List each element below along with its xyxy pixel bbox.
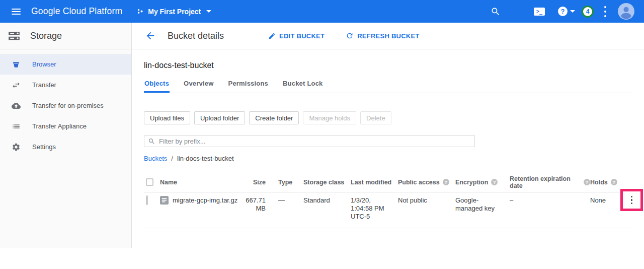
pencil-icon — [268, 32, 276, 40]
object-retention: – — [510, 196, 590, 205]
select-all-checkbox[interactable] — [146, 178, 153, 186]
sidebar-nav: Browser Transfer Transfer for on-premise… — [0, 49, 131, 157]
object-encryption: Google- managed key — [455, 196, 510, 213]
object-storage-class: Standard — [303, 196, 351, 205]
create-folder-button[interactable]: Create folder — [249, 111, 299, 124]
sidebar-item-label: Browser — [32, 60, 56, 68]
delete-button: Delete — [360, 111, 391, 124]
refresh-icon — [346, 32, 354, 40]
upload-folder-button[interactable]: Upload folder — [194, 111, 245, 124]
project-name: My First Project — [148, 8, 201, 16]
product-logo[interactable]: Google Cloud Platform — [31, 6, 122, 17]
help-menu[interactable]: ? — [558, 7, 575, 16]
column-header-holds[interactable]: Holds ? — [590, 179, 620, 186]
object-public-access: Not public — [398, 196, 455, 205]
storage-product-icon — [7, 28, 22, 43]
search-icon — [148, 138, 155, 145]
tab-bucket-lock[interactable]: Bucket Lock — [282, 75, 324, 93]
column-header-size[interactable]: Size — [240, 179, 266, 186]
object-actions-toolbar: Upload files Upload folder Create folder… — [144, 111, 632, 124]
edit-bucket-button[interactable]: EDIT BUCKET — [268, 32, 325, 40]
row-more-options-icon[interactable] — [631, 195, 633, 205]
help-icon: ? — [558, 7, 568, 16]
list-lines-icon — [12, 122, 21, 131]
object-last-modified: 1/3/20, 1:04:58 PM UTC-5 — [351, 196, 398, 221]
page-title: Bucket details — [168, 31, 224, 41]
help-icon[interactable]: ? — [611, 179, 617, 185]
sidebar-item-label: Transfer Appliance — [32, 122, 87, 130]
chevron-down-icon — [570, 10, 575, 13]
bucket-name-heading: lin-docs-test-bucket — [144, 49, 632, 70]
sidebar-item-browser[interactable]: Browser — [0, 54, 131, 75]
sidebar: Storage Browser Transfer Transfer for on… — [0, 23, 132, 248]
sidebar-item-label: Transfer — [32, 81, 56, 89]
sidebar-item-settings[interactable]: Settings — [0, 137, 131, 157]
sidebar-item-transfer-appliance[interactable]: Transfer Appliance — [0, 116, 131, 137]
back-arrow-icon[interactable] — [145, 30, 156, 41]
project-icon — [136, 7, 144, 16]
top-navigation-bar: Google Cloud Platform My First Project >… — [0, 0, 644, 23]
breadcrumb-separator: / — [171, 155, 173, 162]
tab-overview[interactable]: Overview — [183, 75, 214, 93]
object-name-cell: migrate-gcp-img.tar.gz — [160, 196, 240, 205]
column-header-encryption[interactable]: Encryption ? — [455, 179, 510, 186]
help-icon[interactable]: ? — [584, 179, 590, 185]
tab-objects[interactable]: Objects — [144, 75, 170, 93]
filter-input[interactable] — [159, 138, 471, 145]
object-size: 667.71 MB — [240, 196, 266, 213]
gear-icon — [12, 143, 21, 152]
table-header-row: Name Size Type Storage class Last modifi… — [144, 172, 632, 192]
tab-bar: Objects Overview Permissions Bucket Lock — [144, 75, 632, 93]
more-options-icon[interactable] — [604, 5, 606, 18]
help-icon[interactable]: ? — [491, 179, 498, 185]
main-panel: Bucket details EDIT BUCKET REFRESH BUCKE… — [132, 23, 644, 248]
cloud-upload-icon — [12, 101, 21, 110]
objects-table: Name Size Type Storage class Last modifi… — [144, 172, 632, 228]
project-selector[interactable]: My First Project — [136, 7, 211, 16]
breadcrumb-buckets-link[interactable]: Buckets — [144, 155, 167, 162]
manage-holds-button: Manage holds — [303, 111, 356, 124]
column-header-last-modified[interactable]: Last modified — [351, 179, 398, 186]
avatar[interactable] — [618, 3, 634, 20]
help-icon[interactable]: ? — [443, 179, 449, 185]
menu-icon[interactable] — [12, 7, 21, 16]
sidebar-item-label: Transfer for on-premises — [32, 102, 104, 109]
refresh-bucket-button[interactable]: REFRESH BUCKET — [346, 32, 419, 40]
cloud-shell-icon[interactable]: >_ — [534, 8, 545, 16]
bucket-icon — [12, 60, 21, 69]
object-holds: None — [590, 196, 620, 205]
upload-files-button[interactable]: Upload files — [144, 111, 190, 124]
search-icon[interactable] — [491, 7, 501, 17]
sidebar-item-transfer[interactable]: Transfer — [0, 75, 131, 95]
column-header-name[interactable]: Name — [160, 179, 240, 186]
page-header: Bucket details EDIT BUCKET REFRESH BUCKE… — [132, 23, 644, 49]
object-name-link[interactable]: migrate-gcp-img.tar.gz — [173, 196, 237, 205]
breadcrumb-current: lin-docs-test-bucket — [177, 155, 234, 162]
swap-arrows-icon — [12, 81, 21, 90]
sidebar-header: Storage — [0, 23, 131, 49]
file-icon — [160, 196, 169, 205]
breadcrumb: Buckets / lin-docs-test-bucket — [144, 155, 632, 162]
chevron-down-icon — [206, 10, 211, 13]
object-type: — — [266, 196, 303, 205]
tab-permissions[interactable]: Permissions — [228, 75, 269, 93]
column-header-storage-class[interactable]: Storage class — [303, 179, 351, 186]
column-header-retention[interactable]: Retention expiration date ? — [510, 175, 590, 189]
row-checkbox[interactable] — [146, 195, 148, 205]
column-header-public-access[interactable]: Public access ? — [398, 179, 455, 186]
column-header-type[interactable]: Type — [266, 179, 303, 186]
filter-by-prefix-field[interactable] — [144, 135, 475, 147]
highlight-annotation — [620, 189, 643, 211]
sidebar-item-transfer-on-premises[interactable]: Transfer for on-premises — [0, 95, 131, 116]
notifications-badge[interactable]: 4 — [582, 6, 594, 18]
sidebar-title: Storage — [30, 31, 62, 41]
table-row: migrate-gcp-img.tar.gz 667.71 MB — Stand… — [144, 192, 632, 228]
sidebar-item-label: Settings — [32, 143, 56, 151]
